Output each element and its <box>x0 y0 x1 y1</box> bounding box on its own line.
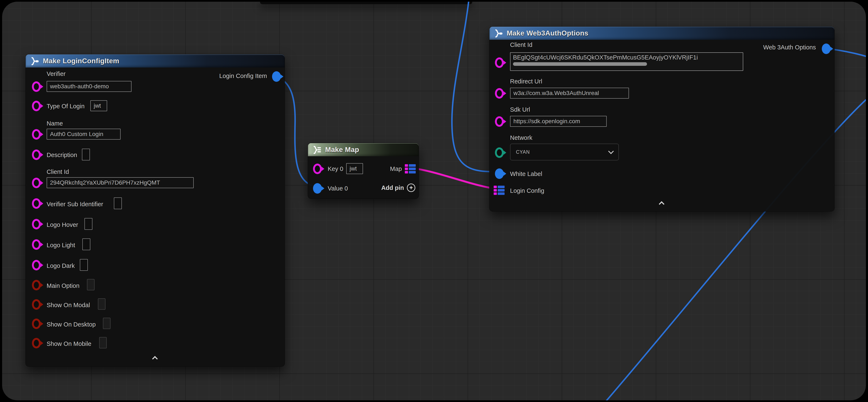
pin-label: Value 0 <box>328 185 348 192</box>
pin-network[interactable] <box>495 147 504 158</box>
pin-redirect-url[interactable] <box>495 88 504 98</box>
redirect-url-input[interactable] <box>510 88 629 98</box>
collapse-node-chevron[interactable] <box>153 355 158 360</box>
show-on-desktop-checkbox[interactable] <box>103 318 111 329</box>
pin-label: Logo Dark <box>46 262 75 269</box>
pin-verifier-sub-identifier[interactable] <box>32 198 41 209</box>
pin-login-config[interactable] <box>494 185 504 195</box>
node-header[interactable]: Make LoginConfigItem <box>26 54 285 67</box>
pin-label: Type Of Login <box>46 103 85 110</box>
node-title: Make Web3AuthOptions <box>507 29 588 37</box>
node-make-web3authoptions[interactable]: Make Web3AuthOptions Web 3Auth Options C… <box>489 27 835 211</box>
pin-label: Show On Modal <box>46 302 90 309</box>
pin-login-config-item-output[interactable] <box>272 71 281 82</box>
pin-label: Verifier Sub Identifier <box>46 201 103 208</box>
logo-light-input[interactable] <box>82 238 90 250</box>
pin-client-id[interactable] <box>495 57 504 68</box>
pin-logo-dark[interactable] <box>32 260 41 270</box>
add-pin-plus-icon: + <box>407 183 415 192</box>
pin-verifier[interactable] <box>32 81 41 92</box>
pin-label: Network <box>510 134 532 141</box>
pin-label: Client Id <box>510 41 532 48</box>
network-dropdown[interactable]: CYAN <box>510 144 619 161</box>
field-scrollbar[interactable] <box>513 62 647 66</box>
wire-top-to-whitelabel[interactable] <box>452 2 492 172</box>
main-option-checkbox[interactable] <box>87 279 95 290</box>
description-input[interactable] <box>82 149 90 161</box>
pin-web3auth-options-output[interactable] <box>822 44 831 54</box>
pin-label: Logo Hover <box>46 221 78 228</box>
pin-label: Show On Mobile <box>46 340 91 347</box>
pin-label: Verifier <box>46 70 66 77</box>
pin-label: Login Config Item <box>219 73 267 80</box>
pin-label: Client Id <box>46 168 69 175</box>
node-header[interactable]: Make Web3AuthOptions <box>490 27 834 40</box>
pin-label: Map <box>390 166 402 172</box>
pin-label: Redirect Url <box>510 78 542 85</box>
key-0-input[interactable] <box>346 163 363 174</box>
pin-logo-hover[interactable] <box>32 219 41 229</box>
pin-label: Logo Light <box>46 242 75 249</box>
pin-sdk-url[interactable] <box>495 116 504 127</box>
pin-key-0[interactable] <box>313 164 322 174</box>
pin-white-label[interactable] <box>495 168 504 179</box>
node-make-loginconfigitem[interactable]: Make LoginConfigItem Login Config Item V… <box>25 54 285 367</box>
client-id-input[interactable]: BEglQSgt4cUWcj6SKRdu5QkOXTsePmMcusG5EAoy… <box>510 52 743 71</box>
chevron-down-icon <box>608 148 614 154</box>
pin-label: Web 3Auth Options <box>763 44 816 51</box>
make-struct-icon <box>30 57 39 65</box>
pin-client-id[interactable] <box>32 178 41 188</box>
verifier-input[interactable] <box>46 81 131 92</box>
pin-description[interactable] <box>32 149 41 160</box>
pin-label: Show On Desktop <box>46 321 96 328</box>
pin-label: Login Config <box>510 187 544 194</box>
pin-show-on-modal[interactable] <box>32 299 41 310</box>
pin-label: White Label <box>510 171 542 177</box>
pin-show-on-desktop[interactable] <box>32 318 41 329</box>
pin-label: Name <box>46 120 63 127</box>
pin-label: Main Option <box>46 282 80 289</box>
pin-name[interactable] <box>32 129 41 140</box>
logo-dark-input[interactable] <box>80 259 88 271</box>
sdk-url-input[interactable] <box>510 116 607 127</box>
verifier-sub-identifier-input[interactable] <box>114 197 122 209</box>
node-title: Make Map <box>325 146 359 154</box>
node-header[interactable]: Make Map <box>308 143 418 156</box>
show-on-mobile-checkbox[interactable] <box>99 337 107 348</box>
pin-label: Description <box>46 151 77 159</box>
pin-logo-light[interactable] <box>32 239 41 250</box>
pin-map-output[interactable] <box>405 164 416 173</box>
pin-value-0[interactable] <box>313 183 322 194</box>
show-on-modal-checkbox[interactable] <box>98 298 105 310</box>
collapse-node-chevron[interactable] <box>660 201 664 205</box>
type-of-login-input[interactable] <box>90 100 107 111</box>
pin-label: Key 0 <box>328 166 343 172</box>
node-title: Make LoginConfigItem <box>43 57 119 65</box>
pin-type-of-login[interactable] <box>32 101 41 111</box>
pin-show-on-mobile[interactable] <box>32 338 41 348</box>
pin-label: Sdk Url <box>510 106 530 113</box>
make-map-icon <box>312 145 322 154</box>
pin-main-option[interactable] <box>32 280 41 290</box>
make-struct-icon <box>494 29 503 37</box>
name-input[interactable] <box>46 129 121 140</box>
add-pin-button[interactable]: Add pin + <box>381 183 415 192</box>
logo-hover-input[interactable] <box>85 218 92 230</box>
blueprint-graph-canvas[interactable]: Make LoginConfigItem Login Config Item V… <box>2 2 866 400</box>
client-id-input[interactable] <box>46 177 194 188</box>
node-make-map[interactable]: Make Map Key 0 Map Value 0 Add pin + <box>308 143 419 199</box>
